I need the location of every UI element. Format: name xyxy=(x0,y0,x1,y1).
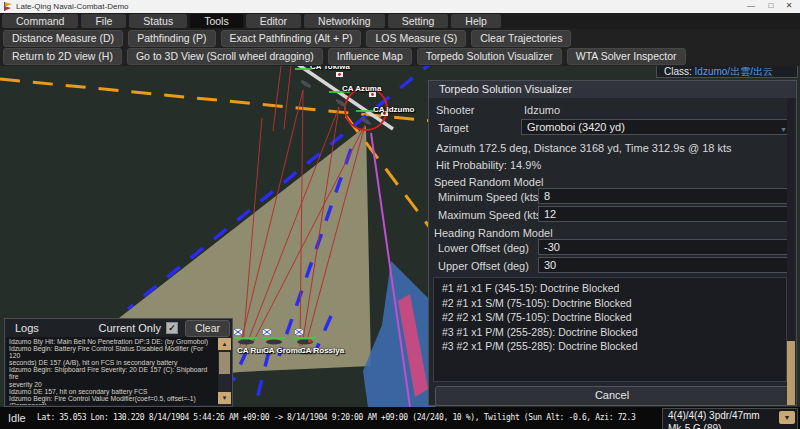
doctrine-line: #1 #1 x1 F (345-15): Doctrine Blocked xyxy=(442,281,786,296)
menu-setting[interactable]: Setting xyxy=(388,14,449,28)
panel-scrollbar-thumb[interactable] xyxy=(787,341,795,405)
menu-help[interactable]: Help xyxy=(451,14,501,28)
toolbar-row-2: Return to 2D view (H) Go to 3D View (Scr… xyxy=(0,48,703,65)
logs-body[interactable]: Idzumo Bty Hit: Main Belt No Penetration… xyxy=(6,337,231,405)
menu-status[interactable]: Status xyxy=(129,14,187,28)
window-title: Late-Qing Naval-Combat-Demo xyxy=(16,2,129,11)
doctrine-line: #3 #2 x1 P/M (255-285): Doctrine Blocked xyxy=(442,339,786,354)
influence-map-button[interactable]: Influence Map xyxy=(328,48,412,65)
weapon-line-1: 4(4)/4(4) 3pdr/47mm xyxy=(668,410,760,421)
upper-offset-input[interactable] xyxy=(538,257,792,273)
go-3d-view-button[interactable]: Go to 3D View (Scroll wheel dragging) xyxy=(127,48,323,65)
toolbar-area: Distance Measure (D) Pathfinding (P) Exa… xyxy=(0,29,800,66)
menu-command[interactable]: Command xyxy=(2,14,78,28)
speed-model-header: Speed Random Model xyxy=(434,176,543,188)
ship-class-row: Class: Idzumo/出雲/出云 xyxy=(664,65,773,79)
pathfinding-button[interactable]: Pathfinding (P) xyxy=(128,30,215,47)
max-speed-input[interactable] xyxy=(538,206,792,222)
max-speed-label: Maximum Speed (kts) xyxy=(438,209,545,221)
status-info: Lat: 35.053 Lon: 130.220 8/14/1904 5:44:… xyxy=(37,413,636,422)
current-only-label: Current Only xyxy=(99,322,161,334)
ship-label-rossiya[interactable]: CA Rossiya xyxy=(300,346,344,355)
window-titlebar: Late-Qing Naval-Combat-Demo — □ ✕ xyxy=(0,0,800,13)
current-only-checkbox[interactable]: ✓ xyxy=(166,322,178,334)
doctrine-list[interactable]: #1 #1 x1 F (345-15): Doctrine Blocked #2… xyxy=(433,277,787,382)
logs-scrollbar-thumb[interactable] xyxy=(219,352,230,374)
doctrine-line: #2 #1 x1 S/M (75-105): Doctrine Blocked xyxy=(442,296,786,311)
los-measure-button[interactable]: LOS Measure (S) xyxy=(366,30,466,47)
minimize-button[interactable]: — xyxy=(742,0,760,12)
wta-solver-button[interactable]: WTA Solver Inspector xyxy=(567,48,686,65)
scroll-up-button[interactable]: ▲ xyxy=(218,338,231,350)
doctrine-line: #2 #2 x1 S/M (75-105): Doctrine Blocked xyxy=(442,310,786,325)
class-value: Idzumo/出雲/出云 xyxy=(695,66,773,77)
close-button[interactable]: ✕ xyxy=(780,0,798,12)
logs-header: Logs Current Only ✓ Clear xyxy=(5,319,232,337)
class-label: Class: xyxy=(664,66,692,77)
return-2d-view-button[interactable]: Return to 2D view (H) xyxy=(3,48,122,65)
upper-offset-label: Upper Offset (deg) xyxy=(438,260,529,272)
panel-scrollbar[interactable] xyxy=(787,98,795,404)
shooter-value: Idzumo xyxy=(524,104,560,116)
logs-scrollbar[interactable]: ▲ ▼ xyxy=(218,337,231,405)
log-lines: Idzumo Bty Hit: Main Belt No Penetration… xyxy=(9,338,216,405)
app-icon xyxy=(4,2,13,11)
distance-measure-button[interactable]: Distance Measure (D) xyxy=(3,30,123,47)
ship-label-azuma[interactable]: CA Azuma xyxy=(342,84,381,93)
logs-title: Logs xyxy=(15,322,39,334)
exact-pathfinding-button[interactable]: Exact Pathfinding (Alt + P) xyxy=(221,30,362,47)
min-speed-input[interactable] xyxy=(538,188,792,204)
torpedo-visualizer-button[interactable]: Torpedo Solution Visualizer xyxy=(417,48,562,65)
clear-trajectories-button[interactable]: Clear Trajectories xyxy=(471,30,571,47)
target-label: Target xyxy=(438,122,469,134)
solution-summary: Azimuth 172.5 deg, Distance 3168 yd, Tim… xyxy=(436,142,732,154)
hit-probability: Hit Probability: 14.9% xyxy=(436,159,541,171)
menu-networking[interactable]: Networking xyxy=(304,14,385,28)
weapon-line-2: Mk-5 G (89) xyxy=(668,423,721,429)
weapon-selector[interactable]: 4(4)/4(4) 3pdr/47mm Mk-5 G (89) ▼ xyxy=(662,408,798,429)
app-window: CA Tokiwa CA Azuma CA Idzumo CA Rurik CA… xyxy=(0,0,800,429)
cancel-button[interactable]: Cancel xyxy=(435,386,789,406)
enemy-ship-sprites xyxy=(238,339,313,345)
heading-model-header: Heading Random Model xyxy=(434,227,553,239)
dropdown-arrow-icon: ▼ xyxy=(780,123,787,137)
doctrine-line: #3 #1 x1 P/M (255-285): Doctrine Blocked xyxy=(442,325,786,340)
menu-bar: Command File Status Tools Editor Network… xyxy=(0,13,800,29)
lower-offset-label: Lower Offset (deg) xyxy=(438,242,529,254)
target-dropdown[interactable]: Gromoboi (3420 yd) ▼ xyxy=(521,119,792,135)
logs-panel: Logs Current Only ✓ Clear Idzumo Bty Hit… xyxy=(4,318,233,407)
lower-offset-input[interactable] xyxy=(538,239,792,255)
torpedo-solution-panel: Torpedo Solution Visualizer Shooter Idzu… xyxy=(428,80,797,406)
menu-tools[interactable]: Tools xyxy=(190,14,243,28)
maximize-button[interactable]: □ xyxy=(762,0,780,12)
min-speed-label: Minimum Speed (kts) xyxy=(438,191,542,203)
clear-logs-button[interactable]: Clear xyxy=(185,320,230,337)
weapon-dropdown-arrow[interactable]: ▼ xyxy=(779,411,795,424)
menu-editor[interactable]: Editor xyxy=(246,14,301,28)
menu-file[interactable]: File xyxy=(81,14,126,28)
sim-mode: Idle xyxy=(8,412,26,424)
toolbar-row-1: Distance Measure (D) Pathfinding (P) Exa… xyxy=(0,30,703,47)
scroll-down-button[interactable]: ▼ xyxy=(218,392,231,404)
torpedo-panel-title[interactable]: Torpedo Solution Visualizer xyxy=(429,81,796,98)
ship-label-idzumo[interactable]: CA Idzumo xyxy=(373,105,414,114)
shooter-label: Shooter xyxy=(436,104,475,116)
